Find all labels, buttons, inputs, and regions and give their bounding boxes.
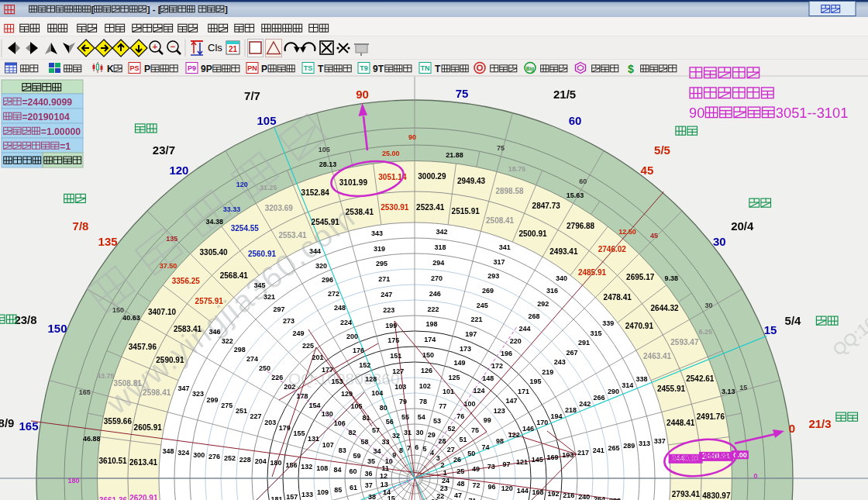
svg-text:318: 318: [434, 243, 446, 251]
svg-text:2949.43: 2949.43: [457, 177, 486, 185]
svg-text:144: 144: [517, 487, 529, 495]
svg-text:46.88: 46.88: [83, 435, 101, 443]
svg-text:38: 38: [368, 493, 376, 500]
svg-text:2593.47: 2593.47: [670, 338, 699, 347]
svg-text:266: 266: [594, 394, 605, 402]
svg-text:40.63: 40.63: [122, 314, 140, 322]
svg-text:248: 248: [334, 304, 346, 312]
svg-text:−: −: [170, 42, 175, 51]
svg-text:108: 108: [316, 464, 328, 472]
svg-text:2493.41: 2493.41: [549, 247, 578, 256]
svg-text:2695.17: 2695.17: [626, 273, 655, 281]
svg-text:23/7: 23/7: [153, 143, 175, 157]
svg-text:243: 243: [554, 358, 566, 366]
svg-text:106: 106: [334, 419, 346, 427]
svg-text:107: 107: [322, 441, 334, 449]
svg-text:2491.76: 2491.76: [697, 412, 725, 421]
svg-text:15.63: 15.63: [567, 191, 584, 199]
svg-text:72: 72: [472, 481, 480, 489]
svg-text:80: 80: [380, 404, 388, 412]
svg-text:TS: TS: [304, 64, 313, 72]
svg-text:270: 270: [431, 274, 443, 282]
svg-text:181: 181: [271, 495, 283, 500]
svg-text:22: 22: [436, 492, 444, 500]
svg-text:12: 12: [380, 472, 388, 480]
svg-text:75: 75: [497, 144, 505, 152]
svg-text:=2440.9099: =2440.9099: [22, 97, 72, 108]
svg-text:84: 84: [334, 466, 342, 474]
svg-text:173: 173: [460, 345, 471, 353]
svg-text:Big: Big: [526, 66, 535, 72]
svg-text:127: 127: [392, 367, 404, 375]
svg-text:121: 121: [516, 458, 528, 466]
svg-text:TN: TN: [421, 64, 430, 72]
svg-text:3407.10: 3407.10: [148, 308, 177, 316]
svg-text:264: 264: [594, 495, 605, 500]
svg-text:320: 320: [315, 262, 327, 270]
svg-text:2746.02: 2746.02: [598, 245, 627, 253]
svg-text:2542.61: 2542.61: [686, 374, 715, 383]
svg-text:2613.41: 2613.41: [129, 458, 158, 467]
svg-text:291: 291: [578, 339, 590, 347]
svg-text:31: 31: [404, 429, 412, 436]
svg-text:100: 100: [463, 400, 475, 408]
svg-text:250: 250: [259, 364, 270, 372]
svg-text:217: 217: [577, 449, 589, 457]
svg-text:345: 345: [253, 281, 265, 289]
svg-text:297: 297: [273, 305, 284, 313]
svg-text:54: 54: [418, 413, 425, 421]
svg-text:148: 148: [482, 374, 494, 382]
svg-text:74: 74: [482, 443, 490, 451]
svg-text:200: 200: [346, 333, 358, 340]
svg-text:247: 247: [381, 291, 392, 298]
svg-text:3305.40: 3305.40: [200, 248, 229, 257]
svg-text:105: 105: [319, 146, 330, 153]
svg-text:246: 246: [429, 290, 441, 298]
svg-text:45: 45: [641, 164, 654, 177]
svg-text:221: 221: [470, 316, 482, 323]
svg-text:2515.91: 2515.91: [452, 207, 480, 216]
svg-text:28: 28: [438, 437, 446, 445]
svg-text:3101.99: 3101.99: [339, 178, 368, 187]
svg-text:192: 192: [547, 490, 559, 498]
svg-text:30: 30: [704, 302, 712, 309]
svg-text:56: 56: [386, 418, 394, 426]
svg-text:24: 24: [442, 477, 450, 484]
svg-text:130: 130: [322, 410, 333, 418]
svg-text:120: 120: [169, 164, 188, 177]
svg-text:4881.82: 4881.82: [702, 452, 731, 460]
svg-text:20/4: 20/4: [731, 219, 754, 233]
svg-text:146: 146: [522, 425, 534, 433]
svg-text:319: 319: [374, 245, 385, 253]
svg-text:49: 49: [472, 465, 480, 473]
svg-text:157: 157: [286, 493, 298, 500]
svg-text:251: 251: [236, 407, 247, 415]
svg-text:] - [: ] - [: [147, 5, 161, 14]
svg-text:25.00: 25.00: [382, 150, 400, 157]
svg-text:2644.32: 2644.32: [651, 304, 680, 312]
svg-text:2538.41: 2538.41: [346, 208, 374, 216]
svg-text:228: 228: [239, 456, 251, 464]
svg-text:21/5: 21/5: [553, 88, 576, 101]
svg-text:131: 131: [308, 435, 319, 443]
svg-text:3559.66: 3559.66: [104, 417, 133, 426]
svg-text:3254.55: 3254.55: [231, 224, 260, 233]
svg-text:5/4: 5/4: [785, 314, 802, 327]
svg-text:198: 198: [425, 320, 437, 328]
svg-text:244: 244: [519, 325, 531, 333]
svg-text:96: 96: [487, 483, 495, 491]
svg-text:85: 85: [334, 486, 342, 494]
svg-text:125: 125: [448, 374, 460, 381]
svg-text:294: 294: [432, 259, 444, 267]
svg-text:37.50: 37.50: [160, 262, 177, 270]
svg-text:60: 60: [349, 467, 356, 475]
svg-text:QQ:100808360: QQ:100808360: [288, 370, 400, 388]
svg-text:193: 193: [562, 451, 574, 459]
svg-text:199: 199: [385, 322, 397, 329]
svg-text:151: 151: [390, 352, 401, 360]
svg-text:P9: P9: [188, 64, 196, 72]
svg-text:2583.41: 2583.41: [174, 325, 202, 333]
svg-text:8: 8: [399, 447, 403, 454]
svg-text:2590.91: 2590.91: [156, 356, 184, 364]
svg-text:344: 344: [309, 247, 321, 255]
